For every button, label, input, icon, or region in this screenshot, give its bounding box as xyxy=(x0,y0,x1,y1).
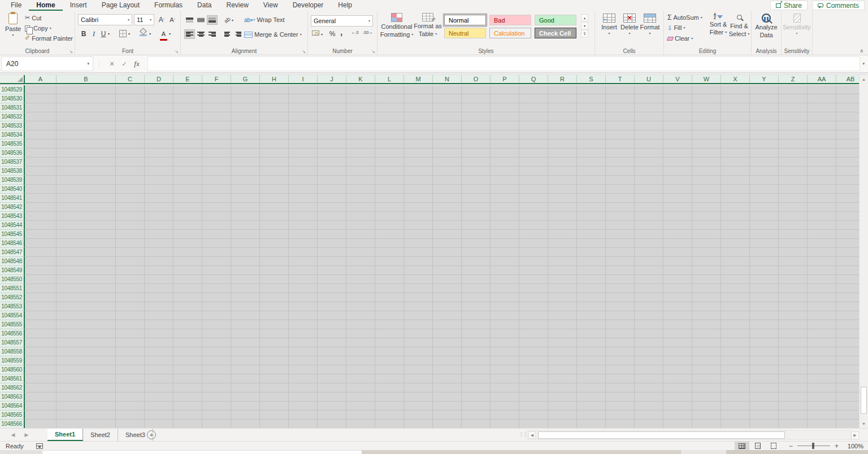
cell-AA1048551[interactable] xyxy=(808,284,836,293)
cell-L1048547[interactable] xyxy=(375,248,404,257)
cell-P1048559[interactable] xyxy=(491,356,519,365)
cell-K1048547[interactable] xyxy=(346,248,375,257)
cell-T1048545[interactable] xyxy=(606,230,635,239)
cell-Z1048565[interactable] xyxy=(779,411,808,420)
cell-E1048531[interactable] xyxy=(173,103,202,112)
cell-N1048546[interactable] xyxy=(433,239,462,248)
cell-E1048563[interactable] xyxy=(173,392,202,401)
cell-F1048557[interactable] xyxy=(202,338,231,347)
cell-E1048553[interactable] xyxy=(173,302,202,311)
cell-AB1048541[interactable] xyxy=(836,194,859,203)
cell-K1048542[interactable] xyxy=(346,203,375,212)
cell-AB1048554[interactable] xyxy=(836,311,859,320)
cell-U1048531[interactable] xyxy=(635,103,663,112)
cell-D1048549[interactable] xyxy=(145,266,173,275)
cell-J1048559[interactable] xyxy=(318,356,346,365)
cell-S1048552[interactable] xyxy=(577,293,606,302)
cell-X1048546[interactable] xyxy=(721,239,750,248)
alignment-dialog-launcher[interactable]: ↘ xyxy=(302,49,306,54)
cell-L1048545[interactable] xyxy=(375,230,404,239)
cell-I1048548[interactable] xyxy=(289,257,318,266)
cell-I1048531[interactable] xyxy=(289,103,318,112)
cell-D1048562[interactable] xyxy=(145,383,173,392)
cell-K1048539[interactable] xyxy=(346,176,375,185)
clear-button[interactable]: Clear ▾ xyxy=(667,35,693,42)
row-header-1048542[interactable]: 1048542 xyxy=(0,203,25,212)
cell-B1048539[interactable] xyxy=(57,176,116,185)
cell-X1048529[interactable] xyxy=(721,85,750,94)
cell-A1048530[interactable] xyxy=(25,94,57,103)
cell-W1048555[interactable] xyxy=(692,320,721,329)
cell-V1048561[interactable] xyxy=(663,374,692,383)
column-header-W[interactable]: W xyxy=(692,75,721,83)
cell-V1048543[interactable] xyxy=(663,212,692,221)
cell-D1048559[interactable] xyxy=(145,356,173,365)
cell-O1048554[interactable] xyxy=(462,311,491,320)
row-header-1048530[interactable]: 1048530 xyxy=(0,94,25,103)
cell-R1048529[interactable] xyxy=(548,85,577,94)
cell-D1048537[interactable] xyxy=(145,158,173,167)
comma-style-button[interactable]: , xyxy=(338,27,344,37)
cell-F1048533[interactable] xyxy=(202,121,231,130)
cell-AA1048554[interactable] xyxy=(808,311,836,320)
cell-S1048548[interactable] xyxy=(577,257,606,266)
cell-F1048540[interactable] xyxy=(202,185,231,194)
cell-Y1048540[interactable] xyxy=(750,185,779,194)
row-header-1048537[interactable]: 1048537 xyxy=(0,158,25,167)
cell-W1048550[interactable] xyxy=(692,275,721,284)
font-dialog-launcher[interactable]: ↘ xyxy=(175,49,179,54)
column-header-R[interactable]: R xyxy=(548,75,577,83)
cell-M1048552[interactable] xyxy=(404,293,433,302)
ribbon-tab-home[interactable]: Home xyxy=(29,0,62,11)
cell-O1048558[interactable] xyxy=(462,347,491,356)
cell-R1048545[interactable] xyxy=(548,230,577,239)
horizontal-scroll-thumb[interactable] xyxy=(538,431,785,439)
cell-L1048557[interactable] xyxy=(375,338,404,347)
number-format-dropdown[interactable]: ▾ xyxy=(368,19,370,23)
cell-X1048554[interactable] xyxy=(721,311,750,320)
cell-R1048534[interactable] xyxy=(548,130,577,139)
cell-M1048556[interactable] xyxy=(404,329,433,338)
cell-F1048556[interactable] xyxy=(202,329,231,338)
cell-U1048537[interactable] xyxy=(635,158,663,167)
formula-input[interactable] xyxy=(147,56,860,71)
cell-X1048565[interactable] xyxy=(721,411,750,420)
cell-E1048535[interactable] xyxy=(173,139,202,149)
cell-O1048537[interactable] xyxy=(462,158,491,167)
cell-AB1048555[interactable] xyxy=(836,320,859,329)
cell-C1048554[interactable] xyxy=(116,311,145,320)
cell-U1048549[interactable] xyxy=(635,266,663,275)
zoom-slider[interactable] xyxy=(797,446,830,446)
cell-D1048547[interactable] xyxy=(145,248,173,257)
cell-Y1048557[interactable] xyxy=(750,338,779,347)
cell-AA1048564[interactable] xyxy=(808,401,836,411)
paste-button[interactable]: Paste ▾ xyxy=(3,13,23,37)
row-header-1048561[interactable]: 1048561 xyxy=(0,374,25,383)
cell-U1048558[interactable] xyxy=(635,347,663,356)
cell-AB1048559[interactable] xyxy=(836,356,859,365)
cell-G1048559[interactable] xyxy=(231,356,260,365)
cell-A1048546[interactable] xyxy=(25,239,57,248)
format-as-table-button[interactable]: Format as Table▾ xyxy=(414,13,442,37)
cell-Q1048552[interactable] xyxy=(519,293,548,302)
zoom-in-button[interactable]: + xyxy=(835,442,839,450)
cell-T1048560[interactable] xyxy=(606,365,635,374)
cell-E1048560[interactable] xyxy=(173,365,202,374)
cell-O1048530[interactable] xyxy=(462,94,491,103)
column-header-T[interactable]: T xyxy=(606,75,635,83)
cell-Q1048538[interactable] xyxy=(519,167,548,176)
cell-R1048532[interactable] xyxy=(548,112,577,121)
cell-R1048558[interactable] xyxy=(548,347,577,356)
cell-L1048542[interactable] xyxy=(375,203,404,212)
cell-P1048535[interactable] xyxy=(491,139,519,149)
percent-style-button[interactable]: % xyxy=(328,29,336,38)
comments-button[interactable]: Comments xyxy=(812,1,865,10)
cell-AB1048542[interactable] xyxy=(836,203,859,212)
cell-X1048551[interactable] xyxy=(721,284,750,293)
row-header-1048560[interactable]: 1048560 xyxy=(0,365,25,374)
cell-Z1048541[interactable] xyxy=(779,194,808,203)
cell-U1048550[interactable] xyxy=(635,275,663,284)
cell-V1048546[interactable] xyxy=(663,239,692,248)
cell-AA1048547[interactable] xyxy=(808,248,836,257)
cell-J1048563[interactable] xyxy=(318,392,346,401)
